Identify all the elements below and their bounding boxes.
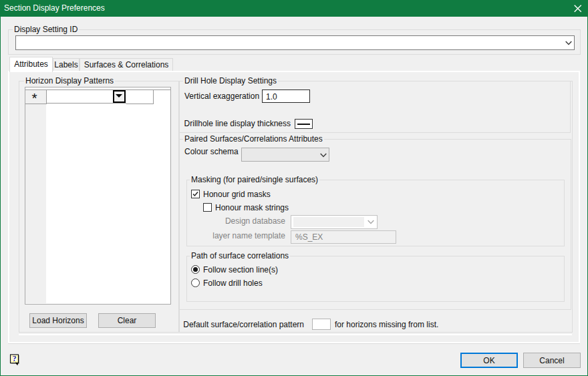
svg-text:?: ? xyxy=(13,355,17,363)
